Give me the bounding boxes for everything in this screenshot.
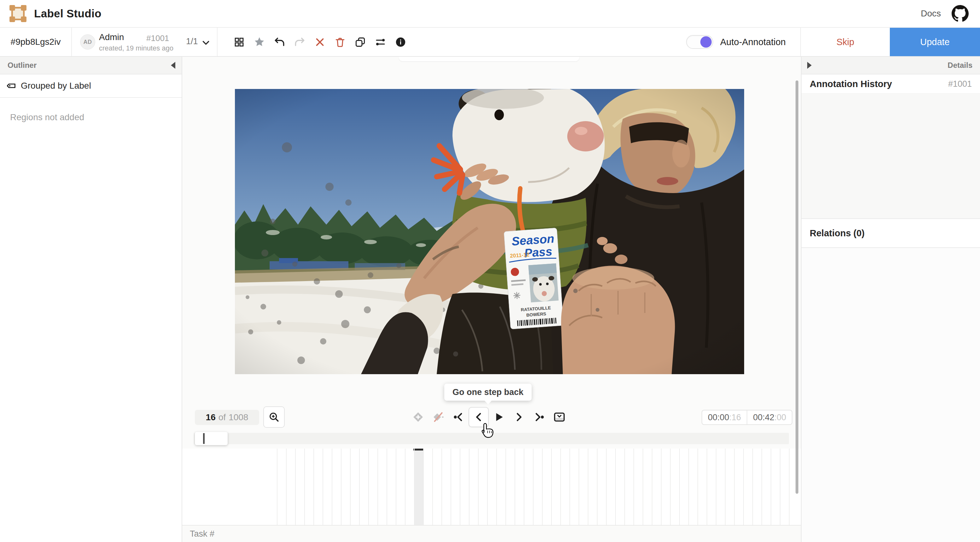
auto-annotation-group: Auto-Annotation bbox=[686, 28, 800, 56]
vertical-scrollbar[interactable] bbox=[795, 80, 799, 494]
timeline-gridline bbox=[313, 449, 314, 525]
playback-controls bbox=[408, 407, 570, 427]
annotation-toolbar bbox=[229, 28, 410, 56]
task-id[interactable]: #9pb8Lgs2iv bbox=[0, 28, 72, 56]
expand-panel-icon[interactable] bbox=[807, 62, 811, 69]
timeline-gridline bbox=[771, 449, 771, 525]
step-forward-button[interactable] bbox=[509, 407, 529, 427]
relations-header[interactable]: Relations (0) bbox=[802, 218, 980, 248]
redo-button[interactable] bbox=[290, 27, 310, 56]
timeline-gridline bbox=[405, 449, 406, 525]
timeline-track[interactable] bbox=[182, 449, 801, 525]
timeline-gridline bbox=[780, 449, 780, 525]
duplicate-icon bbox=[355, 36, 366, 48]
timeline-gridline bbox=[441, 449, 442, 525]
duplicate-button[interactable] bbox=[350, 27, 370, 56]
details-empty-area bbox=[802, 248, 980, 542]
prev-keypoint-button[interactable] bbox=[449, 407, 469, 427]
play-button[interactable] bbox=[489, 407, 509, 427]
chevron-down-icon[interactable] bbox=[200, 37, 211, 48]
timeline-gridline bbox=[478, 449, 479, 525]
timeline-current-frame[interactable] bbox=[414, 449, 423, 525]
details-panel: Details Annotation History #1001 Relatio… bbox=[801, 57, 980, 542]
timeline-gridline bbox=[323, 449, 323, 525]
tooltip: Go one step back bbox=[444, 384, 531, 401]
timeline-gridline bbox=[560, 449, 561, 525]
annotation-history-content bbox=[802, 93, 980, 218]
timeline-gridline bbox=[286, 449, 286, 525]
frame-total: 1008 bbox=[229, 412, 248, 422]
outliner-header: Outliner bbox=[0, 57, 181, 75]
timeline-gridline bbox=[725, 449, 725, 525]
annotation-pager: 1/1 bbox=[186, 37, 198, 46]
timeline-gridline bbox=[341, 449, 342, 525]
timeline-gridline bbox=[661, 449, 662, 525]
annotation-id: #1001 bbox=[146, 33, 169, 43]
relations-title: Relations (0) bbox=[810, 228, 865, 239]
time-display: 00:00:16 00:42:00 bbox=[702, 410, 792, 425]
timeline-gridline bbox=[295, 449, 296, 525]
timeline-gridline bbox=[615, 449, 616, 525]
docs-link[interactable]: Docs bbox=[921, 8, 941, 19]
video-frame[interactable]: Season Pass 2011-12 bbox=[235, 89, 744, 374]
step-backward-button[interactable] bbox=[469, 407, 489, 427]
frame-current[interactable]: 16 bbox=[206, 412, 216, 422]
timeline-gridline bbox=[624, 449, 625, 525]
undo-button[interactable] bbox=[269, 27, 290, 56]
timeline-gridline bbox=[762, 449, 762, 525]
timeline-gridline bbox=[606, 449, 607, 525]
keypoint-remove-button[interactable] bbox=[428, 407, 449, 427]
timeline-gridline bbox=[679, 449, 680, 525]
info-button[interactable] bbox=[390, 27, 410, 56]
grid-view-button[interactable] bbox=[229, 27, 249, 56]
skip-button[interactable]: Skip bbox=[800, 28, 890, 56]
timeline-collapse-icon bbox=[553, 411, 566, 423]
github-icon[interactable] bbox=[951, 5, 969, 22]
auto-annotation-toggle[interactable] bbox=[686, 35, 713, 49]
timeline-collapse-button[interactable] bbox=[549, 407, 570, 427]
timeline-gridline bbox=[734, 449, 735, 525]
group-by-label-item[interactable]: Grouped by Label bbox=[0, 75, 181, 98]
delete-button[interactable] bbox=[330, 27, 350, 56]
timeline-gridline bbox=[643, 449, 643, 525]
collapse-panel-icon[interactable] bbox=[171, 62, 175, 69]
top-bar-right: Docs bbox=[921, 5, 980, 22]
star-icon bbox=[253, 36, 265, 48]
star-button[interactable] bbox=[249, 27, 269, 56]
annotation-history-title: Annotation History bbox=[810, 79, 892, 89]
zoom-button[interactable] bbox=[263, 406, 285, 428]
magnifier-plus-icon bbox=[268, 411, 280, 423]
next-keypoint-icon bbox=[533, 411, 546, 423]
group-by-label-text: Grouped by Label bbox=[21, 81, 91, 91]
frame-counter[interactable]: 16 of 1008 bbox=[195, 410, 259, 425]
timeline-gridline bbox=[396, 449, 396, 525]
seek-handle[interactable] bbox=[195, 432, 228, 445]
annotation-selector[interactable]: AD Admin created, 19 minutes ago #1001 1… bbox=[72, 28, 218, 56]
reset-button[interactable] bbox=[310, 27, 330, 56]
video-seekbar[interactable] bbox=[194, 433, 789, 444]
keypoint-add-button[interactable] bbox=[408, 407, 428, 427]
update-button[interactable]: Update bbox=[890, 28, 980, 56]
outliner-title: Outliner bbox=[8, 61, 37, 70]
annotator-avatar: AD bbox=[80, 34, 95, 49]
play-icon bbox=[493, 411, 505, 423]
timeline-gridline bbox=[332, 449, 332, 525]
timeline-gridline bbox=[487, 449, 488, 525]
timeline-gridline bbox=[450, 449, 451, 525]
timeline-gridline bbox=[414, 449, 415, 525]
timeline-gridline bbox=[688, 449, 689, 525]
task-row: Task # bbox=[182, 525, 801, 542]
next-keypoint-button[interactable] bbox=[529, 407, 549, 427]
annotation-history-id: #1001 bbox=[948, 79, 972, 89]
menu-bar-right: Auto-Annotation Skip Update bbox=[686, 28, 980, 56]
timeline-gridline bbox=[743, 449, 744, 525]
timeline-gridline bbox=[752, 449, 753, 525]
redo-icon bbox=[294, 36, 305, 48]
timeline-gridline bbox=[368, 449, 369, 525]
timeline-gridline bbox=[697, 449, 698, 525]
timeline-grid[interactable] bbox=[277, 449, 789, 525]
timeline-gridline bbox=[515, 449, 515, 525]
settings-button[interactable] bbox=[370, 27, 390, 56]
time-current[interactable]: 00:00:16 bbox=[702, 410, 747, 424]
label-studio-logo-icon bbox=[9, 5, 27, 23]
